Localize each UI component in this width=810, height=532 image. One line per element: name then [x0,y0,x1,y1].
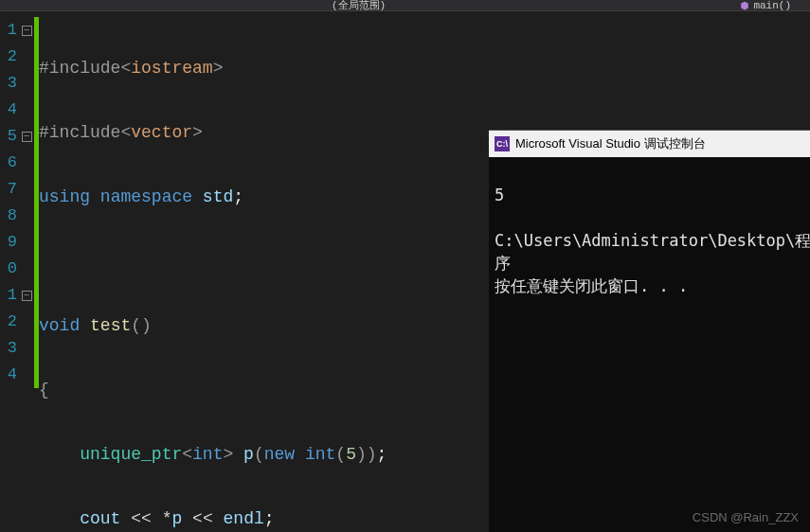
cube-icon [740,1,749,10]
line-number: 6 [0,150,19,176]
line-number: 7 [0,176,19,203]
console-output: 5 C:\Users\Administrator\Desktop\程序 按任意键… [489,157,810,301]
line-number-gutter: 12345678901234 [0,11,19,532]
line-number: 5 [0,123,19,150]
line-number: 8 [0,203,19,229]
line-number: 0 [0,256,19,282]
console-titlebar[interactable]: C:\ Microsoft Visual Studio 调试控制台 [489,131,810,157]
line-number: 3 [0,335,19,362]
line-number: 4 [0,97,19,123]
line-number: 4 [0,362,19,388]
function-dropdown[interactable]: main() [740,0,791,11]
watermark: CSDN @Rain_ZZX [693,510,799,524]
line-number: 1 [0,282,19,309]
vs-icon: C:\ [495,136,510,151]
debug-console-window[interactable]: C:\ Microsoft Visual Studio 调试控制台 5 C:\U… [489,130,810,532]
line-number: 2 [0,309,19,335]
function-label: main() [753,0,791,11]
console-title-text: Microsoft Visual Studio 调试控制台 [515,135,706,152]
fold-toggle-icon[interactable]: − [22,26,32,36]
line-number: 3 [0,70,19,97]
top-toolbar: (全局范围) main() [0,0,810,11]
line-number: 1 [0,17,19,44]
fold-toggle-icon[interactable]: − [22,291,32,301]
line-number: 9 [0,229,19,256]
fold-column[interactable]: −−− [19,11,34,532]
line-number: 2 [0,44,19,70]
fold-toggle-icon[interactable]: − [22,132,32,142]
